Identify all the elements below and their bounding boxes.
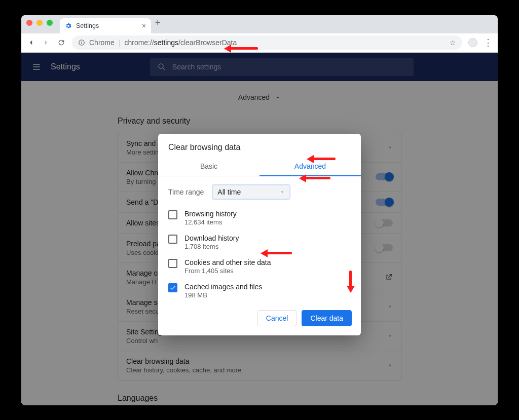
dialog-title: Clear browsing data <box>158 134 361 157</box>
tab-advanced[interactable]: Advanced <box>260 157 361 176</box>
gear-icon <box>65 22 72 29</box>
browser-tab[interactable]: Settings × <box>60 18 151 33</box>
browser-window: Settings × + Chrome | chrome://settings/… <box>21 15 498 405</box>
window-controls <box>26 20 53 26</box>
checkbox[interactable] <box>168 210 177 219</box>
url-scheme: Chrome <box>89 39 115 47</box>
svg-rect-1 <box>81 42 82 44</box>
profile-avatar[interactable] <box>468 38 477 47</box>
checkbox[interactable] <box>168 259 177 268</box>
tab-title: Settings <box>76 22 99 29</box>
close-window-button[interactable] <box>26 20 32 26</box>
item-title: Browsing history <box>184 210 237 218</box>
maximize-window-button[interactable] <box>47 20 53 26</box>
url-suffix: /clearBrowserData <box>178 39 237 47</box>
time-range-select[interactable]: All time <box>212 184 290 200</box>
url-bold: settings <box>154 39 178 47</box>
clear-data-list: Browsing history12,634 itemsDownload his… <box>158 206 361 303</box>
item-subtitle: From 1,405 sites <box>184 267 271 275</box>
dialog-tabs: Basic Advanced <box>158 157 361 176</box>
new-tab-button[interactable]: + <box>155 18 161 28</box>
bookmark-star-icon[interactable]: ☆ <box>450 39 456 47</box>
back-button[interactable] <box>26 38 35 47</box>
forward-button[interactable] <box>42 38 51 47</box>
address-bar[interactable]: Chrome | chrome://settings/clearBrowserD… <box>72 35 462 50</box>
close-tab-icon[interactable]: × <box>142 22 146 30</box>
svg-rect-2 <box>81 41 82 42</box>
clear-data-item[interactable]: Download history1,708 items <box>168 230 356 254</box>
time-range-label: Time range <box>168 188 204 196</box>
checkbox[interactable] <box>168 235 177 244</box>
item-title: Download history <box>184 234 239 242</box>
clear-data-button[interactable]: Clear data <box>302 310 352 326</box>
time-range-value: All time <box>217 188 241 196</box>
toolbar: Chrome | chrome://settings/clearBrowserD… <box>21 33 498 53</box>
browser-menu-button[interactable]: ⋮ <box>484 37 493 48</box>
clear-data-item[interactable]: Cached images and files198 MB <box>168 279 356 303</box>
item-subtitle: 12,634 items <box>184 218 237 226</box>
checkbox[interactable] <box>168 283 177 292</box>
titlebar: Settings × + <box>21 15 498 33</box>
item-title: Cached images and files <box>184 283 262 291</box>
item-subtitle: 198 MB <box>184 291 262 299</box>
dropdown-icon <box>280 189 285 195</box>
clear-data-item[interactable]: Cookies and other site dataFrom 1,405 si… <box>168 254 356 279</box>
cancel-button[interactable]: Cancel <box>257 310 297 326</box>
clear-data-item[interactable]: Browsing history12,634 items <box>168 206 356 230</box>
url-prefix: chrome:// <box>124 39 154 47</box>
clear-browsing-data-dialog: Clear browsing data Basic Advanced Time … <box>158 134 361 335</box>
item-subtitle: 1,708 items <box>184 243 239 250</box>
minimize-window-button[interactable] <box>36 20 43 26</box>
tab-basic[interactable]: Basic <box>158 157 260 176</box>
reload-button[interactable] <box>57 38 66 47</box>
item-title: Cookies and other site data <box>184 258 271 266</box>
site-info-icon[interactable] <box>78 39 85 46</box>
